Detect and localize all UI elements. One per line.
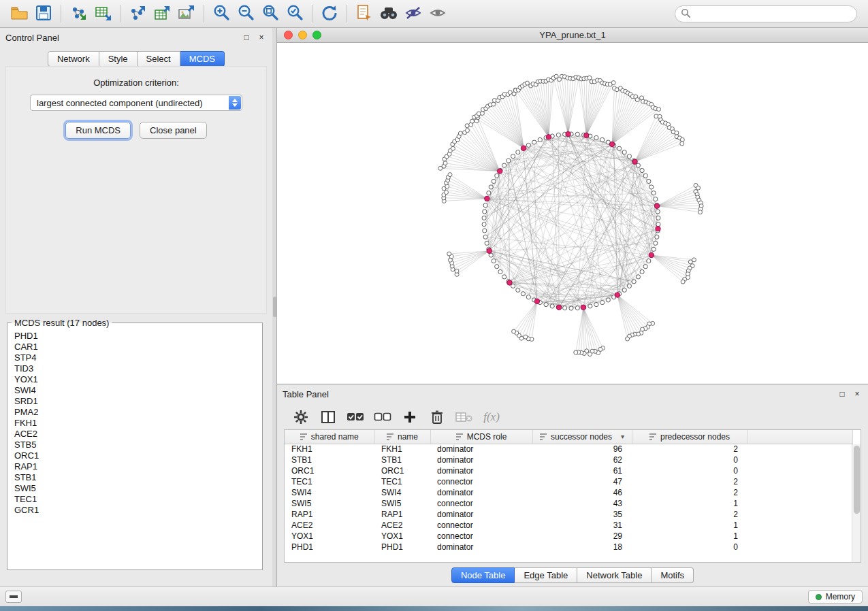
result-list-item[interactable]: TID3 <box>14 363 255 374</box>
table-cell: SWI4 <box>285 487 374 498</box>
column-header[interactable]: successor nodes▾ <box>532 430 632 444</box>
hide-graphics-button[interactable] <box>401 3 425 24</box>
result-list-item[interactable]: RAP1 <box>14 461 255 472</box>
column-header[interactable]: MCDS role <box>430 430 532 444</box>
result-list-item[interactable]: STP4 <box>14 352 255 363</box>
table-row[interactable]: YOX1YOX1connector291 <box>285 531 852 542</box>
show-graphics-button[interactable] <box>425 3 450 24</box>
table-row[interactable]: STB1STB1dominator620 <box>285 455 852 465</box>
window-maximize-icon[interactable] <box>312 31 321 39</box>
open-file-button[interactable] <box>7 3 31 24</box>
status-menu-button[interactable] <box>5 591 22 603</box>
network-search-button[interactable] <box>376 3 401 24</box>
table-cell: connector <box>430 498 532 509</box>
zoom-selected-button[interactable] <box>283 3 307 24</box>
table-cell: connector <box>430 531 532 542</box>
tab-select[interactable]: Select <box>138 51 180 67</box>
import-table-button[interactable] <box>91 3 115 24</box>
optimization-criterion-select[interactable]: largest connected component (undirected) <box>30 95 242 111</box>
table-cell: PHD1 <box>374 542 430 552</box>
result-list-item[interactable]: STB5 <box>14 440 255 450</box>
tab-mcds[interactable]: MCDS <box>180 51 225 67</box>
tab-motifs[interactable]: Motifs <box>652 567 694 583</box>
table-cell: PHD1 <box>285 542 374 552</box>
result-list-item[interactable]: ACE2 <box>14 429 255 440</box>
annotation-button[interactable] <box>352 3 376 24</box>
tab-node-table[interactable]: Node Table <box>451 567 515 583</box>
delete-column-button[interactable] <box>428 408 446 426</box>
zoom-in-button[interactable] <box>209 3 234 24</box>
save-session-button[interactable] <box>31 3 56 24</box>
table-cell: STB1 <box>285 455 374 465</box>
import-network-button[interactable] <box>66 3 91 24</box>
table-row[interactable]: FKH1FKH1dominator962 <box>285 444 852 455</box>
result-list-item[interactable]: GCR1 <box>14 505 255 516</box>
deselect-all-button[interactable] <box>374 408 391 426</box>
result-list-item[interactable]: FKH1 <box>14 418 255 429</box>
search-input[interactable] <box>694 9 851 18</box>
show-columns-button[interactable] <box>319 408 337 426</box>
export-image-button[interactable] <box>174 3 199 24</box>
tab-network-table[interactable]: Network Table <box>577 567 652 583</box>
table-cell-filler <box>748 487 852 498</box>
close-panel-icon[interactable]: × <box>256 32 267 43</box>
function-builder-button[interactable]: f(x) <box>483 408 500 426</box>
export-network-button[interactable] <box>125 3 150 24</box>
result-list-item[interactable]: SWI5 <box>14 483 255 494</box>
tab-style[interactable]: Style <box>99 51 138 67</box>
add-column-button[interactable] <box>401 408 419 426</box>
table-settings-button[interactable] <box>292 408 310 426</box>
window-minimize-icon[interactable] <box>298 31 307 39</box>
select-all-button[interactable] <box>347 408 364 426</box>
table-row[interactable]: SWI4SWI4dominator462 <box>285 487 852 498</box>
table-cell: connector <box>430 520 532 531</box>
table-row[interactable]: TEC1TEC1connector472 <box>285 476 852 487</box>
control-panel: Control Panel □ × NetworkStyleSelectMCDS… <box>0 28 272 587</box>
table-row[interactable]: SWI5SWI5connector431 <box>285 498 852 509</box>
close-panel-icon[interactable]: × <box>852 389 863 399</box>
table-row[interactable]: PHD1PHD1dominator180 <box>285 542 852 552</box>
column-header[interactable]: shared name <box>285 430 374 444</box>
zoom-fit-button[interactable] <box>258 3 283 24</box>
zoom-out-button[interactable] <box>234 3 258 24</box>
status-bar: Memory <box>0 587 868 606</box>
refresh-view-button[interactable] <box>317 3 342 24</box>
column-header[interactable]: name <box>374 430 430 444</box>
table-cell: dominator <box>430 455 532 465</box>
table-row[interactable]: ACE2ACE2connector311 <box>285 520 852 531</box>
table-scrollbar[interactable] <box>852 444 861 562</box>
table-row[interactable]: ORC1ORC1dominator610 <box>285 465 852 476</box>
result-list-item[interactable]: ORC1 <box>14 450 255 461</box>
result-list-item[interactable]: PMA2 <box>14 407 255 418</box>
table-scrollbar-thumb[interactable] <box>854 446 860 514</box>
memory-button[interactable]: Memory <box>808 590 863 604</box>
result-list-item[interactable]: TEC1 <box>14 494 255 505</box>
float-panel-icon[interactable]: □ <box>241 32 252 43</box>
run-mcds-button[interactable]: Run MCDS <box>65 122 131 139</box>
export-table-button[interactable] <box>150 3 174 24</box>
delete-table-button[interactable] <box>455 408 473 426</box>
table-cell-filler <box>748 520 852 531</box>
table-cell-filler <box>748 542 852 552</box>
table-panel-tabs: Node TableEdge TableNetwork TableMotifs <box>277 567 868 583</box>
table-cell-filler <box>748 476 852 487</box>
window-close-icon[interactable] <box>284 31 293 39</box>
result-list-item[interactable]: STB1 <box>14 472 255 483</box>
result-list-item[interactable]: YOX1 <box>14 374 255 385</box>
control-panel-scrollbar[interactable] <box>272 28 277 587</box>
tab-edge-table[interactable]: Edge Table <box>515 567 577 583</box>
float-panel-icon[interactable]: □ <box>837 389 848 399</box>
result-list-item[interactable]: SWI4 <box>14 385 255 396</box>
close-panel-button[interactable]: Close panel <box>140 122 207 139</box>
network-window-titlebar[interactable]: YPA_prune.txt_1 <box>277 28 868 43</box>
result-list-item[interactable]: CAR1 <box>14 342 255 352</box>
result-list-item[interactable]: SRD1 <box>14 396 255 407</box>
table-cell: ORC1 <box>285 465 374 476</box>
network-canvas[interactable] <box>277 43 868 384</box>
column-header[interactable]: predecessor nodes <box>632 430 748 444</box>
result-list-item[interactable]: PHD1 <box>14 331 255 342</box>
table-row[interactable]: RAP1RAP1dominator352 <box>285 509 852 520</box>
table-cell: SWI4 <box>374 487 430 498</box>
tab-network[interactable]: Network <box>48 51 99 67</box>
column-menu-icon[interactable]: ▾ <box>621 433 624 440</box>
